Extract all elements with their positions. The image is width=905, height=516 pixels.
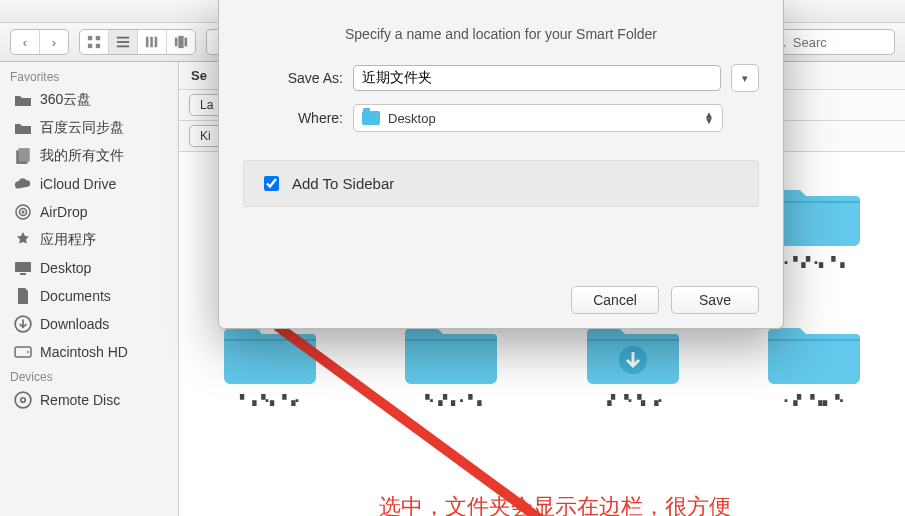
svg-rect-28 xyxy=(20,273,26,275)
sidebar-item-label: Remote Disc xyxy=(40,392,120,408)
downloads-icon xyxy=(14,315,32,333)
sidebar-item-label: 百度云同步盘 xyxy=(40,119,124,137)
file-item[interactable]: ▗▘▝▪▝▖▗▪ xyxy=(562,318,704,406)
sidebar-item-label: 应用程序 xyxy=(40,231,96,249)
sidebar-item-macintosh[interactable]: Macintosh HD xyxy=(0,338,178,366)
column-view-button[interactable] xyxy=(137,30,166,54)
documents-icon xyxy=(14,287,32,305)
forward-button[interactable]: › xyxy=(39,30,68,54)
svg-rect-27 xyxy=(15,262,31,272)
sidebar-item-label: 360云盘 xyxy=(40,91,91,109)
file-item[interactable]: ▝▪▗▘▖▪▝▗ xyxy=(381,318,523,406)
sidebar: Favorites 360云盘 百度云同步盘 我的所有文件 iCloud Dri… xyxy=(0,62,179,516)
sidebar-item-360[interactable]: 360云盘 xyxy=(0,86,178,114)
sidebar-item-label: Macintosh HD xyxy=(40,344,128,360)
svg-rect-0 xyxy=(88,36,92,40)
svg-point-26 xyxy=(22,211,25,214)
back-button[interactable]: ‹ xyxy=(11,30,39,54)
folder-icon xyxy=(14,91,32,109)
icon-view-button[interactable] xyxy=(80,30,108,54)
add-to-sidebar-checkbox[interactable] xyxy=(264,176,279,191)
scope-button-2[interactable]: Ki xyxy=(189,125,222,147)
svg-rect-1 xyxy=(96,36,100,40)
cancel-button[interactable]: Cancel xyxy=(571,286,659,314)
file-item[interactable]: ▘▗▝▪▖▝▗▪ xyxy=(199,318,341,406)
svg-rect-10 xyxy=(175,38,178,47)
where-label: Where: xyxy=(243,110,343,126)
sidebar-item-downloads[interactable]: Downloads xyxy=(0,310,178,338)
sidebar-item-documents[interactable]: Documents xyxy=(0,282,178,310)
sidebar-item-label: Downloads xyxy=(40,316,109,332)
desktop-icon xyxy=(14,259,32,277)
all-files-icon xyxy=(14,147,32,165)
add-to-sidebar-row: Add To Sidebar xyxy=(243,160,759,207)
svg-rect-7 xyxy=(146,37,149,48)
svg-rect-8 xyxy=(150,37,153,48)
svg-rect-5 xyxy=(117,41,129,43)
svg-rect-3 xyxy=(96,44,100,48)
sidebar-item-desktop[interactable]: Desktop xyxy=(0,254,178,282)
search-input[interactable] xyxy=(791,34,886,51)
sidebar-item-label: Desktop xyxy=(40,260,91,276)
save-sheet: Specify a name and location for your Sma… xyxy=(218,0,784,329)
svg-rect-2 xyxy=(88,44,92,48)
save-button[interactable]: Save xyxy=(671,286,759,314)
sidebar-item-icloud[interactable]: iCloud Drive xyxy=(0,170,178,198)
sidebar-item-airdrop[interactable]: AirDrop xyxy=(0,198,178,226)
sidebar-item-apps[interactable]: 应用程序 xyxy=(0,226,178,254)
svg-point-31 xyxy=(27,351,29,353)
file-label: ▝▪▗▘▖▪▝▗ xyxy=(396,394,506,406)
save-as-label: Save As: xyxy=(243,70,343,86)
svg-point-33 xyxy=(21,398,26,403)
disc-icon xyxy=(14,391,32,409)
save-as-input[interactable] xyxy=(353,65,721,91)
sidebar-item-label: Documents xyxy=(40,288,111,304)
file-label: ▗▘▝▪▝▖▗▪ xyxy=(578,394,688,406)
where-value: Desktop xyxy=(388,111,436,126)
svg-rect-23 xyxy=(19,148,30,162)
folder-icon xyxy=(14,119,32,137)
applications-icon xyxy=(14,231,32,249)
folder-mini-icon xyxy=(362,111,380,125)
svg-rect-4 xyxy=(117,37,129,39)
list-view-button[interactable] xyxy=(108,30,137,54)
view-buttons xyxy=(79,29,196,55)
sidebar-item-label: AirDrop xyxy=(40,204,87,220)
file-label: ▘▗▝▪▖▝▗▪ xyxy=(215,394,325,406)
hdd-icon xyxy=(14,343,32,361)
where-select[interactable]: Desktop ▲▼ xyxy=(353,104,723,132)
svg-rect-12 xyxy=(185,38,188,47)
favorites-header: Favorites xyxy=(0,66,178,86)
svg-rect-9 xyxy=(155,37,158,48)
coverflow-view-button[interactable] xyxy=(166,30,195,54)
file-item[interactable]: ▪▗▘▝▗▖▝▪ xyxy=(744,318,886,406)
svg-rect-11 xyxy=(178,36,183,48)
add-to-sidebar-label: Add To Sidebar xyxy=(292,175,394,192)
svg-rect-6 xyxy=(117,46,129,48)
airdrop-icon xyxy=(14,203,32,221)
folder-icon xyxy=(768,318,860,386)
sidebar-item-baidu[interactable]: 百度云同步盘 xyxy=(0,114,178,142)
file-label: ▪▗▘▝▗▖▝▪ xyxy=(759,394,869,406)
sidebar-item-label: 我的所有文件 xyxy=(40,147,124,165)
cloud-icon xyxy=(14,175,32,193)
expand-button[interactable]: ▾ xyxy=(731,64,759,92)
sidebar-item-allfiles[interactable]: 我的所有文件 xyxy=(0,142,178,170)
svg-point-32 xyxy=(15,392,31,408)
devices-header: Devices xyxy=(0,366,178,386)
sidebar-item-remotedisc[interactable]: Remote Disc xyxy=(0,386,178,414)
dialog-title: Specify a name and location for your Sma… xyxy=(243,26,759,42)
updown-icon: ▲▼ xyxy=(704,112,714,124)
sidebar-item-label: iCloud Drive xyxy=(40,176,116,192)
search-field[interactable] xyxy=(767,29,895,55)
nav-buttons: ‹ › xyxy=(10,29,69,55)
annotation-text: 选中，文件夹会显示在边栏，很方便 xyxy=(379,492,731,516)
